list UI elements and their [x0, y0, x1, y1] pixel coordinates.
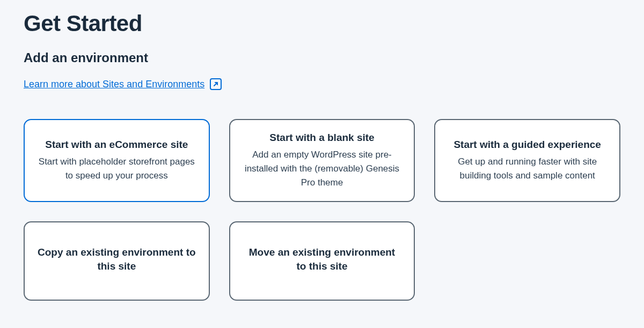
card-title: Start with an eCommerce site	[38, 138, 196, 152]
card-desc: Get up and running faster with site buil…	[448, 155, 606, 183]
page-title: Get Started	[24, 11, 620, 36]
card-desc: Add an empty WordPress site pre-installe…	[243, 148, 401, 190]
card-ecommerce[interactable]: Start with an eCommerce site Start with …	[24, 119, 210, 202]
card-guided-experience[interactable]: Start with a guided experience Get up an…	[434, 119, 620, 202]
card-blank-site[interactable]: Start with a blank site Add an empty Wor…	[229, 119, 415, 202]
page-subtitle: Add an environment	[24, 50, 620, 65]
learn-more-text: Learn more about Sites and Environments	[24, 79, 204, 90]
card-move-environment[interactable]: Move an existing environment to this sit…	[229, 221, 415, 301]
card-title: Start with a blank site	[243, 131, 401, 145]
learn-more-link[interactable]: Learn more about Sites and Environments	[24, 78, 222, 90]
card-copy-environment[interactable]: Copy an existing environment to this sit…	[24, 221, 210, 301]
card-title: Start with a guided experience	[448, 138, 606, 152]
card-title: Move an existing environment to this sit…	[243, 245, 401, 273]
card-title: Copy an existing environment to this sit…	[38, 245, 196, 273]
external-link-icon	[210, 78, 222, 90]
card-desc: Start with placeholder storefront pages …	[38, 155, 196, 183]
option-card-grid: Start with an eCommerce site Start with …	[24, 119, 620, 301]
